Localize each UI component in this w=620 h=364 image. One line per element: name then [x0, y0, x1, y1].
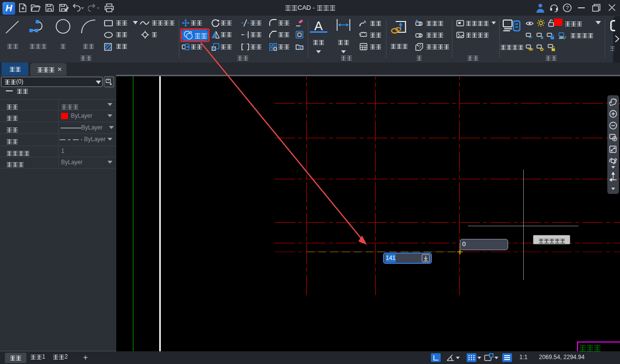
- svg-text:?: ?: [566, 5, 569, 11]
- svg-text:A: A: [363, 20, 366, 24]
